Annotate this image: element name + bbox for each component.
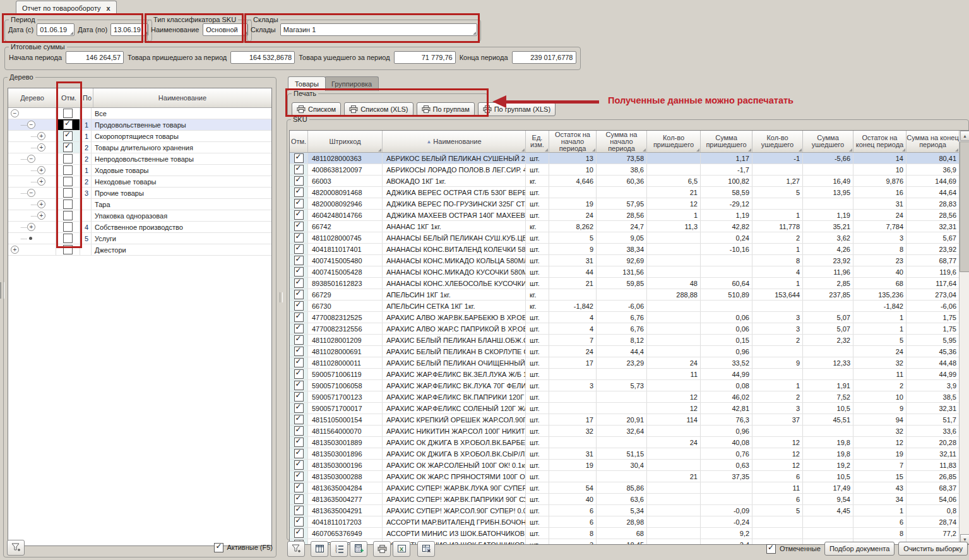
tree-name-cell[interactable]: Прочие товары bbox=[92, 188, 270, 198]
sku-name-cell[interactable]: АНАНАС 1КГ 1кг. bbox=[383, 221, 526, 232]
sku-check-cell[interactable] bbox=[290, 494, 308, 504]
print-list-button[interactable]: Списком bbox=[292, 102, 341, 116]
tree-row[interactable]: +2Товары длительного хранения bbox=[8, 142, 271, 153]
sku-row[interactable]: 4811028000745АНАНАСЫ БЕЛЫЙ ПЕЛИКАН СУШ.К… bbox=[290, 232, 959, 244]
sku-row[interactable]: 4811028000011АРАХИС БЕЛЫЙ ПЕЛИКАН ОЧИЩЕН… bbox=[290, 357, 959, 369]
sku-check-cell[interactable] bbox=[290, 357, 308, 368]
sku-name-cell[interactable]: АРАХИС ОК ДЖИГА В ХР.ОБОЛ.ВК.СЫР/ЛУ bbox=[383, 448, 526, 459]
tab-turnover-report[interactable]: Отчет по товарообороту x bbox=[16, 1, 117, 15]
sku-row[interactable]: 5900571006119АРАХИС ЖАР.ФЕЛИКС ВК.ЗЕЛ.ЛУ… bbox=[290, 369, 959, 380]
row-checkbox[interactable] bbox=[294, 369, 304, 379]
sku-name-cell[interactable]: АРАХИС АЛВО ЖАР.С ПАПРИКОЙ В ХР.ОБО bbox=[383, 323, 526, 334]
scroll-up-icon[interactable]: ▲ bbox=[960, 131, 969, 141]
sku-name-cell[interactable]: АРАХИС АЛВО ЖАР.ВК.БАРБЕКЮ В ХР.ОБО bbox=[383, 312, 526, 323]
sku-check-cell[interactable] bbox=[290, 448, 308, 459]
tree-row[interactable]: 5Услуги bbox=[8, 233, 271, 244]
row-checkbox[interactable] bbox=[294, 472, 304, 481]
collapse-node-icon[interactable]: − bbox=[27, 121, 35, 129]
date-from-field[interactable]: 01.06.19 bbox=[37, 23, 74, 36]
row-checkbox[interactable] bbox=[294, 267, 304, 277]
close-icon[interactable]: x bbox=[107, 4, 110, 12]
sku-row[interactable]: 4041811017203АССОРТИ МАР.ВИТАЛЕНД ГРИБН.… bbox=[290, 516, 959, 528]
sku-col-barcode[interactable]: Штрихкод bbox=[308, 131, 383, 152]
sku-row[interactable]: 4007415005480АНАНАСЫ КОНС.МИКАДО КОЛЬЦА … bbox=[290, 255, 959, 266]
row-checkbox[interactable] bbox=[294, 210, 304, 220]
sku-name-cell[interactable]: АРАХИС СУПЕР! ЖАР.СОЛ.90Г СУПЕР! 0.09 bbox=[383, 505, 526, 516]
tree-checkbox[interactable] bbox=[63, 211, 73, 220]
tree-node-cell[interactable]: + bbox=[8, 222, 56, 232]
row-checkbox[interactable] bbox=[294, 494, 304, 504]
grid-clear-button[interactable] bbox=[417, 541, 435, 557]
collapse-node-icon[interactable]: − bbox=[27, 189, 35, 197]
sku-col-name[interactable]: ▲ Наименование bbox=[383, 131, 526, 152]
sku-name-cell[interactable]: АДЖИКА МАХЕЕВ ОСТРАЯ 140Г МАХЕЕВЪ bbox=[383, 210, 526, 220]
tree-col-po[interactable]: По bbox=[81, 88, 93, 107]
sku-row[interactable]: 4604248014766АДЖИКА МАХЕЕВ ОСТРАЯ 140Г М… bbox=[290, 210, 959, 221]
tree-row[interactable]: +Джестори bbox=[8, 244, 271, 256]
print-list-xls-button[interactable]: Списком (XLS) bbox=[344, 102, 413, 116]
sku-check-cell[interactable] bbox=[290, 323, 308, 334]
sku-name-cell[interactable]: АВОКАДО 1КГ 1кг. bbox=[383, 176, 526, 186]
sku-row[interactable]: 4820008092946АДЖИКА ВЕРЕС ПО-ГРУЗИНСКИ 3… bbox=[290, 198, 959, 210]
tree-col-tree[interactable]: Дерево bbox=[8, 88, 57, 107]
expand-node-icon[interactable]: + bbox=[11, 246, 19, 254]
sku-name-cell[interactable]: АРАХИС ОК ЖАР.С ПРЯНОСТЯМИ 100Г ОК! bbox=[383, 471, 526, 482]
sku-check-cell[interactable] bbox=[290, 460, 308, 470]
expand-node-icon[interactable]: + bbox=[37, 143, 45, 152]
tree-checkbox[interactable] bbox=[63, 143, 73, 152]
row-checkbox[interactable] bbox=[294, 460, 304, 470]
row-checkbox[interactable] bbox=[294, 517, 304, 527]
tree-check-cell[interactable] bbox=[56, 153, 80, 164]
sku-check-cell[interactable] bbox=[290, 346, 308, 357]
sku-check-cell[interactable] bbox=[290, 176, 308, 186]
tree-col-name[interactable]: Наименование bbox=[93, 88, 271, 107]
sku-name-cell[interactable]: АПЕЛЬСИН СЕТКА 1КГ 1кг. bbox=[383, 301, 526, 311]
row-checkbox[interactable] bbox=[294, 290, 304, 299]
tree-check-cell[interactable] bbox=[56, 176, 80, 187]
sku-name-cell[interactable]: АДЖИКА ВЕРЕС ОСТРАЯ СТ/Б 530Г ВЕРЕС bbox=[383, 187, 526, 198]
tree-name-cell[interactable]: Тара bbox=[92, 199, 270, 210]
tree-checkbox[interactable] bbox=[63, 245, 73, 254]
tree-node-cell[interactable]: + bbox=[8, 244, 56, 255]
row-checkbox[interactable] bbox=[294, 449, 304, 458]
sku-check-cell[interactable] bbox=[290, 278, 308, 289]
expand-node-icon[interactable]: + bbox=[37, 132, 45, 140]
tree-check-cell[interactable] bbox=[56, 119, 80, 130]
tree-checkbox[interactable] bbox=[63, 120, 73, 129]
row-checkbox[interactable] bbox=[294, 176, 304, 186]
tree-node-cell[interactable]: − bbox=[8, 153, 56, 164]
sku-name-cell[interactable]: АНАНАСЫ КОНС.МИКАДО КУСОЧКИ 580МЛ bbox=[383, 266, 526, 277]
tree-row[interactable]: +Упаковка одноразовая bbox=[8, 210, 271, 222]
sku-row[interactable]: 4811028000691АРАХИС БЕЛЫЙ ПЕЛИКАН В СКОР… bbox=[290, 346, 959, 357]
sku-check-cell[interactable] bbox=[290, 232, 308, 243]
expand-node-icon[interactable]: + bbox=[37, 177, 45, 186]
tree-check-cell[interactable] bbox=[56, 244, 80, 255]
sku-row[interactable]: 4813503001896АРАХИС ОК ДЖИГА В ХР.ОБОЛ.В… bbox=[290, 448, 959, 460]
sku-row[interactable]: 4813635004277АРАХИС СУПЕР! ЖАР.ВК.ПАПРИК… bbox=[290, 494, 959, 505]
tree-row[interactable]: +1Скоропортящиеся товары bbox=[8, 131, 271, 142]
sku-row[interactable]: 66729АПЕЛЬСИН 1КГ 1кг.кг.288,88510,89153… bbox=[290, 289, 959, 301]
tree-node-cell[interactable]: + bbox=[8, 176, 56, 187]
tree-row[interactable]: +1Ходовые товары bbox=[8, 165, 271, 176]
sku-row[interactable]: 4770082312525АРАХИС АЛВО ЖАР.ВК.БАРБЕКЮ … bbox=[290, 312, 959, 323]
row-checkbox[interactable] bbox=[294, 426, 304, 436]
row-checkbox[interactable] bbox=[294, 381, 304, 390]
sku-name-cell[interactable]: АБРИКОС БЕЛЫЙ ПЕЛИКАН СУШЕНЫЙ 200 bbox=[383, 153, 526, 164]
expand-node-icon[interactable]: + bbox=[37, 211, 45, 220]
row-checkbox[interactable] bbox=[294, 506, 304, 515]
sku-name-cell[interactable]: АРАХИС КРЕПКИЙ ОРЕШЕК ЖАР.СОЛ.90Г Р bbox=[383, 414, 526, 425]
classifier-name-field[interactable]: Основной bbox=[203, 23, 248, 36]
tree-checkbox[interactable] bbox=[63, 234, 73, 243]
tree-row[interactable]: +Тара bbox=[8, 199, 271, 210]
row-checkbox[interactable] bbox=[294, 438, 304, 447]
sku-name-cell[interactable]: АРАХИС ЖАР.ФЕЛИКС ВК.ЗЕЛ.ЛУКА Ж/Б 11 bbox=[383, 369, 526, 379]
sku-name-cell[interactable]: АДЖИКА ВЕРЕС ПО-ГРУЗИНСКИ 325Г СТ/Б bbox=[383, 198, 526, 209]
tree-check-cell[interactable] bbox=[56, 210, 80, 221]
tree-check-cell[interactable] bbox=[56, 108, 80, 119]
print-groups-xls-button[interactable]: По группам (XLS) bbox=[478, 102, 556, 116]
sku-check-cell[interactable] bbox=[290, 414, 308, 425]
tree-name-cell[interactable]: Услуги bbox=[92, 233, 270, 244]
panel-splitter[interactable] bbox=[280, 292, 283, 302]
tree-name-cell[interactable]: Товары длительного хранения bbox=[92, 142, 270, 153]
row-checkbox[interactable] bbox=[294, 347, 304, 356]
